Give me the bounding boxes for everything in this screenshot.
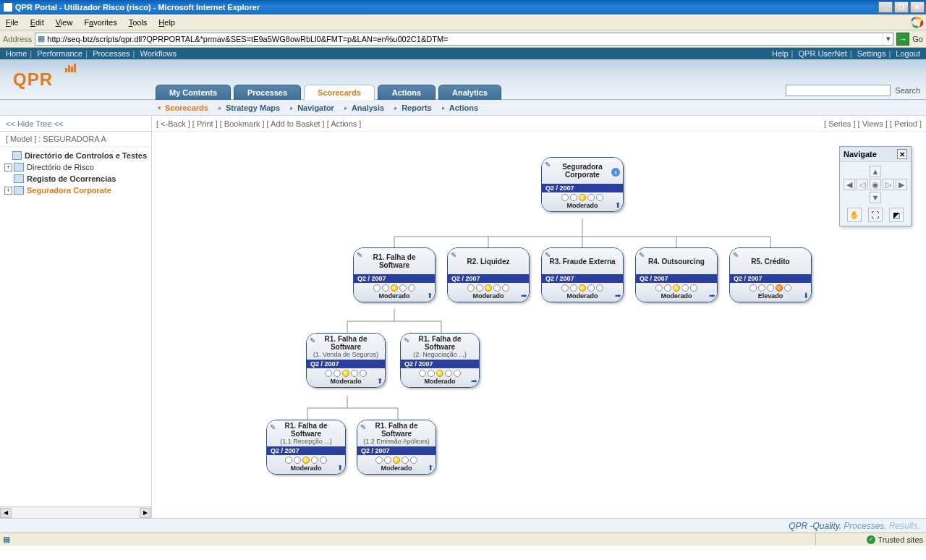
- nav-settings[interactable]: Settings: [857, 49, 886, 58]
- trend-up-icon: ⬆: [337, 464, 343, 472]
- search-button[interactable]: Search: [895, 86, 920, 95]
- btn-basket[interactable]: [ Add to Basket ]: [267, 119, 325, 128]
- node-r1-1[interactable]: ✎R1. Falha de Software(1. Venda de Segur…: [306, 333, 386, 388]
- nav-right-far[interactable]: ▶: [896, 179, 907, 190]
- close-button[interactable]: ✕: [910, 1, 925, 13]
- folder-icon: [12, 151, 22, 160]
- tree-item-controlos[interactable]: Directório de Controlos e Testes: [1, 150, 150, 161]
- tree-item-ocorrencias[interactable]: Registo de Ocorrencias: [1, 173, 150, 184]
- subtab-strategy-maps[interactable]: Strategy Maps: [226, 103, 280, 112]
- nav-usernet[interactable]: QPR UserNet: [799, 49, 847, 58]
- go-button[interactable]: →: [896, 33, 909, 46]
- btn-print[interactable]: [ Print ]: [192, 119, 218, 128]
- node-root[interactable]: ✎ Seguradora Corporate i Q2 / 2007 Moder…: [541, 157, 624, 212]
- scroll-left-icon[interactable]: ◀: [0, 508, 12, 518]
- btn-back[interactable]: [ <-Back ]: [156, 119, 190, 128]
- folder-icon: [14, 163, 24, 171]
- node-r4[interactable]: ✎R4. Outsourcing Q2 / 2007 Moderado➡: [635, 247, 718, 302]
- subtab-actions[interactable]: Actions: [449, 103, 478, 112]
- trend-up-icon: ⬆: [428, 464, 433, 472]
- menu-view[interactable]: View: [50, 16, 79, 29]
- nav-right[interactable]: ▷: [883, 179, 894, 190]
- trend-down-icon: ⬇: [803, 292, 809, 300]
- nav-performance[interactable]: Performance: [37, 49, 82, 58]
- btn-bookmark[interactable]: [ Bookmark ]: [220, 119, 265, 128]
- nav-up[interactable]: ▲: [870, 166, 881, 177]
- sub-tabs: ▾Scorecards ▸Strategy Maps ▸Navigator ▸A…: [0, 100, 926, 116]
- address-bar: Address ▦ ▾ → Go: [0, 30, 926, 48]
- menu-favorites[interactable]: Favorites: [78, 16, 122, 29]
- tab-scorecards[interactable]: Scorecards: [304, 85, 375, 100]
- hide-tree-link[interactable]: << Hide Tree <<: [0, 116, 151, 132]
- nav-workflows[interactable]: Workflows: [140, 49, 177, 58]
- node-r1-1-2[interactable]: ✎R1. Falha de Software(1.2 Emissão Apóli…: [357, 420, 436, 475]
- trend-right-icon: ➡: [615, 292, 621, 300]
- nav-help[interactable]: Help: [772, 49, 789, 58]
- node-r3[interactable]: ✎R3. Fraude Externa Q2 / 2007 Moderado➡: [541, 247, 624, 302]
- node-r1-2[interactable]: ✎R1. Falha de Software(2. Negociação ...…: [400, 333, 480, 388]
- pencil-icon: ✎: [310, 336, 315, 344]
- brand-footer: QPR - Quality. Processes. Results.: [0, 518, 926, 533]
- minimize-button[interactable]: _: [878, 1, 893, 13]
- search-input[interactable]: [786, 85, 891, 96]
- tree-item-risco[interactable]: + Directório de Risco: [1, 161, 150, 173]
- nav-left[interactable]: ◁: [857, 179, 868, 190]
- menu-edit[interactable]: Edit: [25, 16, 50, 29]
- nav-zoom-icon[interactable]: ◩: [889, 208, 904, 222]
- pencil-icon: ✎: [451, 251, 456, 259]
- address-dropdown[interactable]: ▾: [883, 33, 893, 45]
- maximize-button[interactable]: ❐: [894, 1, 909, 13]
- pencil-icon: ✎: [357, 251, 362, 259]
- tab-processes[interactable]: Processes: [234, 85, 301, 100]
- btn-series[interactable]: [ Series ]: [824, 119, 855, 128]
- nav-down[interactable]: ▼: [870, 192, 881, 203]
- tab-analytics[interactable]: Analytics: [438, 85, 501, 100]
- qpr-logo: QPR: [13, 69, 53, 90]
- nav-logout[interactable]: Logout: [896, 49, 920, 58]
- tab-my-contents[interactable]: My Contents: [156, 85, 231, 100]
- expand-icon[interactable]: +: [4, 187, 12, 195]
- subtab-scorecards[interactable]: Scorecards: [165, 103, 208, 112]
- sidebar-hscroll[interactable]: ◀ ▶: [0, 506, 151, 518]
- nav-fit-icon[interactable]: ⛶: [868, 208, 883, 222]
- nav-center[interactable]: ◉: [870, 179, 881, 190]
- app-icon: [3, 2, 13, 12]
- canvas-toolbar: [ <-Back ] [ Print ] [ Bookmark ] [ Add …: [152, 116, 926, 132]
- subtab-reports[interactable]: Reports: [402, 103, 432, 112]
- go-label: Go: [912, 35, 923, 43]
- nav-left-far[interactable]: ◀: [844, 179, 855, 190]
- subtab-navigator[interactable]: Navigator: [297, 103, 334, 112]
- btn-views[interactable]: [ Views ]: [858, 119, 888, 128]
- trend-right-icon: ➡: [709, 292, 715, 300]
- info-icon[interactable]: i: [611, 168, 620, 177]
- tree: Directório de Controlos e Testes + Direc…: [0, 147, 151, 506]
- nav-hand-icon[interactable]: ✋: [847, 208, 862, 222]
- expand-icon[interactable]: +: [4, 164, 12, 171]
- node-r2[interactable]: ✎R2. Liquidez Q2 / 2007 Moderado➡: [447, 247, 530, 302]
- trend-up-icon: ⬆: [427, 292, 433, 300]
- ie-statusbar: ▦ ✓ Trusted sites: [0, 533, 926, 546]
- page-icon: ▦: [35, 34, 47, 44]
- window-title: QPR Portal - Utilizador Risco (risco) - …: [15, 3, 260, 12]
- btn-actions[interactable]: [ Actions ]: [327, 119, 362, 128]
- btn-period[interactable]: [ Period ]: [890, 119, 922, 128]
- address-input[interactable]: [47, 33, 883, 45]
- main-tabs: My Contents Processes Scorecards Actions…: [156, 85, 504, 100]
- navigate-panel[interactable]: Navigate ✕ ▲ ◀◁◉▷▶ ▼ ✋ ⛶ ◩: [839, 146, 912, 226]
- subtab-analysis[interactable]: Analysis: [352, 103, 384, 112]
- node-r5[interactable]: ✎R5. Crédito Q2 / 2007 Elevado⬇: [729, 247, 812, 302]
- menu-help[interactable]: Help: [153, 16, 181, 29]
- nav-home[interactable]: Home: [6, 49, 27, 58]
- tab-actions[interactable]: Actions: [378, 85, 436, 100]
- nav-processes[interactable]: Processes: [93, 49, 129, 58]
- scroll-right-icon[interactable]: ▶: [140, 508, 151, 518]
- menu-tools[interactable]: Tools: [123, 16, 153, 29]
- pencil-icon: ✎: [404, 336, 409, 344]
- node-r1[interactable]: ✎R1. Falha de Software Q2 / 2007 Moderad…: [353, 247, 436, 302]
- node-r1-1-1[interactable]: ✎R1. Falha de Software(1.1 Recepção ...)…: [266, 420, 346, 475]
- menu-file[interactable]: File: [0, 16, 25, 29]
- menubar: File Edit View Favorites Tools Help: [0, 14, 926, 30]
- tree-item-seguradora[interactable]: + Seguradora Corporate: [1, 184, 150, 196]
- navigate-close-button[interactable]: ✕: [897, 149, 907, 159]
- model-label: [ Model ] : SEGURADORA A: [0, 132, 151, 147]
